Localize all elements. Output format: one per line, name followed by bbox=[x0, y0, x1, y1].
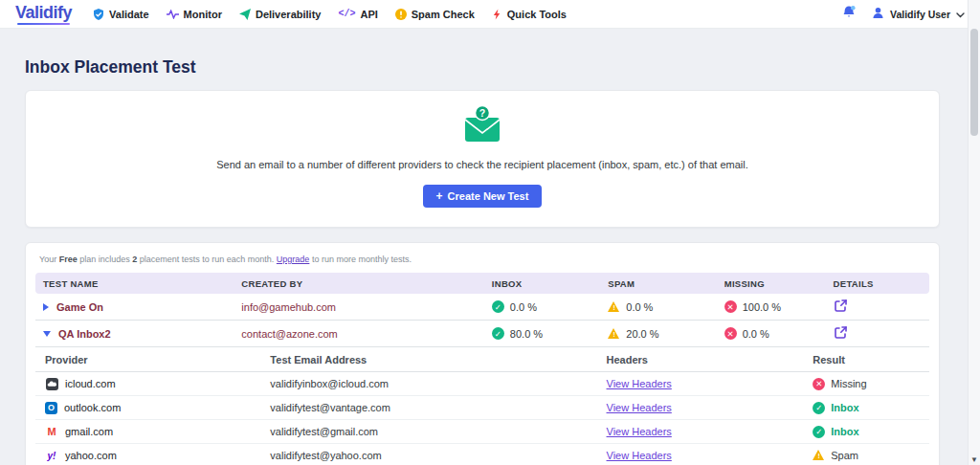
spam-pct-cell: 0.0 % bbox=[600, 301, 716, 313]
test-name-label: QA Inbox2 bbox=[58, 328, 111, 340]
spam-pct-value: 0.0 % bbox=[626, 301, 653, 313]
paper-plane-icon bbox=[239, 9, 251, 20]
provider-row-icloud: icloud.com validifyinbox@icloud.com View… bbox=[35, 372, 929, 396]
intro-description: Send an email to a number of different p… bbox=[55, 159, 910, 170]
warning-triangle-icon bbox=[608, 301, 620, 313]
table-row-game-on: Game On info@gamehub.com ✓ 0.0 % 0.0 % ✕… bbox=[35, 294, 929, 321]
headers-cell: View Headers bbox=[597, 402, 804, 413]
create-new-test-label: Create New Test bbox=[448, 190, 529, 202]
outlook-icon: O bbox=[45, 402, 57, 414]
page-title: Inbox Placement Test bbox=[25, 57, 955, 78]
nav-label: API bbox=[360, 9, 377, 20]
expand-caret-icon[interactable] bbox=[43, 303, 49, 311]
scrollbar-thumb[interactable] bbox=[970, 29, 978, 136]
nav-item-quick-tools[interactable]: Quick Tools bbox=[492, 9, 567, 20]
provider-cell: O outlook.com bbox=[35, 402, 260, 414]
inbox-pct-cell: ✓ 80.0 % bbox=[484, 327, 600, 340]
view-headers-link[interactable]: View Headers bbox=[607, 426, 672, 437]
user-menu[interactable]: Validify User bbox=[872, 7, 965, 21]
inbox-pct-value: 80.0 % bbox=[510, 328, 543, 340]
intro-card: ? Send an email to a number of different… bbox=[25, 90, 940, 228]
nav-item-spam-check[interactable]: Spam Check bbox=[395, 9, 475, 20]
missing-pct-value: 0.0 % bbox=[743, 328, 769, 340]
top-navbar: Validify Validate Monitor Deliverability… bbox=[0, 0, 980, 29]
gmail-icon: M bbox=[45, 425, 58, 438]
shield-check-icon bbox=[93, 9, 104, 20]
success-check-icon: ✓ bbox=[492, 327, 504, 340]
col-header-test-name: TEST NAME bbox=[35, 278, 234, 289]
warning-triangle-icon bbox=[813, 450, 825, 461]
headers-cell: View Headers bbox=[597, 426, 804, 437]
provider-table-header: Provider Test Email Address Headers Resu… bbox=[35, 347, 929, 372]
nav-item-api[interactable]: </> API bbox=[338, 9, 377, 20]
headers-cell: View Headers bbox=[597, 450, 804, 461]
missing-pct-cell: ✕ 0.0 % bbox=[717, 327, 826, 340]
test-email-cell: validifytest@yahoo.com bbox=[260, 450, 596, 461]
nav-label: Validate bbox=[109, 9, 149, 20]
view-headers-link[interactable]: View Headers bbox=[607, 378, 672, 389]
scrollbar-down-arrow[interactable]: ▼ bbox=[969, 455, 980, 464]
sub-col-headers: Headers bbox=[597, 354, 804, 365]
external-link-icon[interactable] bbox=[834, 325, 848, 340]
view-headers-link[interactable]: View Headers bbox=[607, 402, 672, 413]
result-cell: ✓ Inbox bbox=[803, 402, 929, 414]
result-cell: ✕ Missing bbox=[803, 378, 929, 390]
result-label: Inbox bbox=[831, 402, 858, 413]
plan-notice: Your Free plan includes 2 placement test… bbox=[39, 255, 929, 264]
inbox-pct-value: 0.0 % bbox=[510, 301, 537, 313]
provider-cell: icloud.com bbox=[35, 377, 260, 390]
headers-cell: View Headers bbox=[597, 378, 804, 389]
warning-triangle-icon bbox=[608, 328, 620, 340]
nav-label: Monitor bbox=[184, 9, 222, 20]
col-header-missing: MISSING bbox=[717, 278, 826, 289]
col-header-inbox: INBOX bbox=[484, 278, 600, 289]
plan-name: Free bbox=[59, 255, 78, 264]
table-row-qa-inbox2: QA Inbox2 contact@azone.com ✓ 80.0 % 20.… bbox=[35, 321, 929, 347]
nav-label: Spam Check bbox=[412, 9, 475, 20]
sub-col-result: Result bbox=[803, 354, 929, 365]
spam-pct-cell: 20.0 % bbox=[600, 328, 716, 340]
details-cell bbox=[826, 325, 929, 342]
pulse-icon bbox=[167, 10, 179, 19]
upgrade-link[interactable]: Upgrade bbox=[277, 255, 310, 264]
user-name-label: Validify User bbox=[890, 9, 950, 20]
details-cell bbox=[826, 299, 929, 315]
test-name-cell[interactable]: QA Inbox2 bbox=[35, 328, 234, 340]
warning-circle-icon bbox=[395, 9, 407, 20]
provider-row-outlook: O outlook.com validifytest@vantage.com V… bbox=[35, 396, 929, 420]
main-nav: Validate Monitor Deliverability </> API … bbox=[93, 9, 820, 20]
code-icon: </> bbox=[338, 9, 355, 19]
spam-pct-value: 20.0 % bbox=[626, 328, 658, 340]
yahoo-icon: y! bbox=[45, 449, 58, 462]
test-email-cell: validifytest@vantage.com bbox=[260, 402, 596, 413]
bolt-icon bbox=[492, 9, 502, 20]
error-cross-icon: ✕ bbox=[724, 300, 737, 313]
plan-notice-text: placement tests to run each month. bbox=[137, 255, 277, 264]
result-label: Inbox bbox=[831, 426, 858, 437]
app-logo[interactable]: Validify bbox=[15, 3, 72, 25]
col-header-spam: SPAM bbox=[600, 278, 716, 289]
created-by-cell: info@gamehub.com bbox=[234, 301, 484, 313]
collapse-caret-icon[interactable] bbox=[43, 331, 51, 337]
error-cross-icon: ✕ bbox=[813, 378, 825, 390]
provider-name: yahoo.com bbox=[65, 450, 117, 461]
test-name-label: Game On bbox=[56, 301, 103, 313]
success-check-icon: ✓ bbox=[813, 426, 825, 438]
test-name-cell[interactable]: Game On bbox=[35, 301, 234, 313]
col-header-details: DETAILS bbox=[826, 278, 929, 289]
missing-pct-cell: ✕ 100.0 % bbox=[717, 300, 826, 313]
external-link-icon[interactable] bbox=[834, 299, 848, 313]
error-cross-icon: ✕ bbox=[724, 327, 737, 340]
test-email-cell: validifyinbox@icloud.com bbox=[260, 378, 596, 389]
nav-item-deliverability[interactable]: Deliverability bbox=[239, 9, 321, 20]
vertical-scrollbar[interactable]: ▼ bbox=[968, 0, 980, 465]
provider-row-gmail: M gmail.com validifytest@gmail.com View … bbox=[35, 420, 929, 444]
notification-bell-icon[interactable] bbox=[841, 5, 857, 24]
view-headers-link[interactable]: View Headers bbox=[607, 450, 672, 461]
nav-item-validate[interactable]: Validate bbox=[93, 9, 149, 20]
create-new-test-button[interactable]: + Create New Test bbox=[423, 185, 543, 208]
success-check-icon: ✓ bbox=[492, 300, 504, 313]
nav-item-monitor[interactable]: Monitor bbox=[167, 9, 222, 20]
result-label: Spam bbox=[831, 450, 858, 461]
placement-tests-card: Your Free plan includes 2 placement test… bbox=[25, 242, 940, 465]
